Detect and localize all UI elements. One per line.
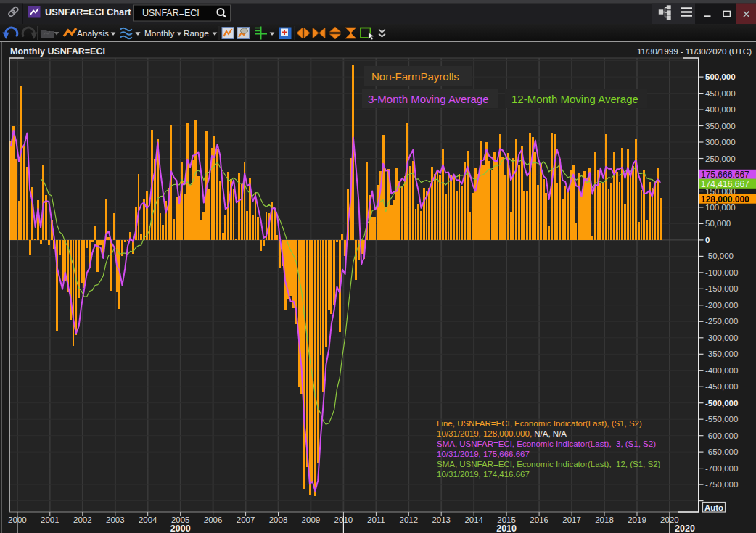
svg-text:Non-FarmPayrolls: Non-FarmPayrolls (371, 70, 459, 83)
svg-text:2008: 2008 (269, 516, 288, 524)
svg-text:USNFAR=ECI: USNFAR=ECI (142, 8, 200, 18)
svg-text:11/30/1999 - 11/30/2020 (UTC): 11/30/1999 - 11/30/2020 (UTC) (637, 47, 752, 56)
svg-text:2000: 2000 (170, 524, 191, 533)
svg-text:2020: 2020 (675, 524, 695, 533)
svg-text:2011: 2011 (367, 516, 385, 524)
svg-text:2013: 2013 (432, 516, 451, 524)
svg-text:450,000: 450,000 (705, 89, 736, 98)
svg-text:-650,000: -650,000 (705, 447, 738, 456)
svg-text:2014: 2014 (464, 516, 483, 524)
svg-text:128,000.000: 128,000.000 (701, 194, 749, 204)
svg-text:2010: 2010 (496, 524, 517, 533)
svg-text:-700,000: -700,000 (705, 464, 738, 473)
svg-text:2007: 2007 (237, 516, 255, 524)
svg-text:-100,000: -100,000 (705, 268, 738, 277)
svg-text:10/31/2019, 128,000.000, N/A,: 10/31/2019, 128,000.000, N/A, N/A (437, 429, 567, 438)
svg-text:2003: 2003 (106, 516, 125, 524)
svg-text:2004: 2004 (139, 516, 157, 524)
svg-text:2009: 2009 (302, 516, 321, 524)
svg-text:2017: 2017 (562, 516, 581, 524)
svg-text:Line, USNFAR=ECI, Economic Ind: Line, USNFAR=ECI, Economic Indicator(Las… (437, 419, 642, 428)
svg-text:-400,000: -400,000 (705, 366, 738, 375)
svg-text:-500,000: -500,000 (705, 399, 738, 408)
svg-text:50,000: 50,000 (705, 219, 731, 228)
svg-text:-300,000: -300,000 (705, 334, 738, 342)
svg-text:2019: 2019 (628, 516, 646, 524)
svg-text:-50,000: -50,000 (705, 252, 734, 260)
svg-text:SMA, USNFAR=ECI, Economic Indi: SMA, USNFAR=ECI, Economic Indicator(Last… (437, 460, 661, 468)
svg-text:300,000: 300,000 (705, 138, 736, 146)
svg-text:SMA, USNFAR=ECI, Economic Indi: SMA, USNFAR=ECI, Economic Indicator(Last… (437, 439, 656, 448)
svg-text:Monthly USNFAR=ECI: Monthly USNFAR=ECI (10, 46, 105, 57)
svg-text:Range: Range (184, 28, 209, 38)
svg-text:Monthly: Monthly (144, 28, 174, 38)
svg-text:10/31/2019, 174,416.667: 10/31/2019, 174,416.667 (437, 470, 530, 479)
svg-text:400,000: 400,000 (705, 105, 736, 114)
svg-text:250,000: 250,000 (705, 154, 736, 163)
svg-text:500,000: 500,000 (705, 73, 736, 81)
svg-text:100,000: 100,000 (705, 203, 736, 212)
svg-text:2006: 2006 (204, 516, 223, 524)
svg-text:-550,000: -550,000 (705, 415, 738, 423)
svg-text:2002: 2002 (73, 516, 92, 524)
svg-text:174,416.667: 174,416.667 (701, 179, 749, 189)
svg-text:Auto: Auto (704, 503, 723, 512)
svg-text:2012: 2012 (400, 516, 419, 524)
svg-text:2018: 2018 (595, 516, 614, 524)
svg-text:-750,000: -750,000 (705, 480, 738, 489)
svg-text:-600,000: -600,000 (705, 431, 738, 440)
svg-text:350,000: 350,000 (705, 122, 736, 131)
svg-text:2016: 2016 (530, 516, 548, 524)
svg-text:-150,000: -150,000 (705, 284, 738, 293)
svg-text:Analysis: Analysis (77, 28, 109, 38)
svg-text:2001: 2001 (41, 516, 59, 524)
svg-text:-200,000: -200,000 (705, 301, 738, 310)
svg-text:-450,000: -450,000 (705, 382, 738, 391)
svg-text:-250,000: -250,000 (705, 317, 738, 326)
svg-text:3-Month Moving Average: 3-Month Moving Average (368, 93, 489, 105)
svg-text:0: 0 (705, 236, 710, 244)
svg-text:10/31/2019, 175,666.667: 10/31/2019, 175,666.667 (437, 450, 530, 458)
svg-text:-350,000: -350,000 (705, 350, 738, 358)
svg-text:12-Month Moving Average: 12-Month Moving Average (511, 93, 638, 105)
svg-text:USNFAR=ECI Chart: USNFAR=ECI Chart (45, 7, 131, 17)
